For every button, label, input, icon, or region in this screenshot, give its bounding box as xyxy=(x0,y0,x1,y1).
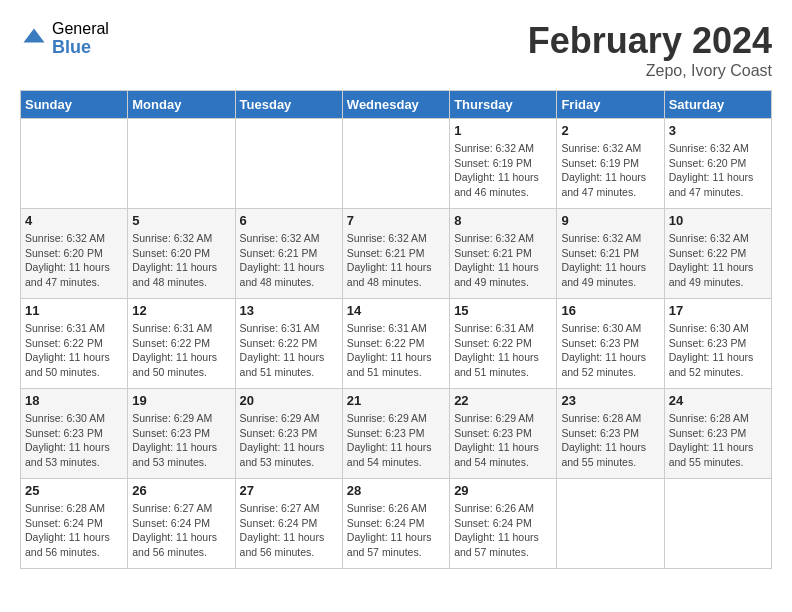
calendar-cell: 8Sunrise: 6:32 AMSunset: 6:21 PMDaylight… xyxy=(450,209,557,299)
day-info: Sunrise: 6:32 AMSunset: 6:22 PMDaylight:… xyxy=(669,231,767,290)
day-number: 22 xyxy=(454,393,552,408)
day-info: Sunrise: 6:31 AMSunset: 6:22 PMDaylight:… xyxy=(25,321,123,380)
day-info: Sunrise: 6:29 AMSunset: 6:23 PMDaylight:… xyxy=(240,411,338,470)
day-info: Sunrise: 6:31 AMSunset: 6:22 PMDaylight:… xyxy=(454,321,552,380)
calendar-cell: 4Sunrise: 6:32 AMSunset: 6:20 PMDaylight… xyxy=(21,209,128,299)
day-info: Sunrise: 6:28 AMSunset: 6:24 PMDaylight:… xyxy=(25,501,123,560)
day-info: Sunrise: 6:30 AMSunset: 6:23 PMDaylight:… xyxy=(25,411,123,470)
day-info: Sunrise: 6:32 AMSunset: 6:21 PMDaylight:… xyxy=(561,231,659,290)
day-number: 23 xyxy=(561,393,659,408)
day-info: Sunrise: 6:32 AMSunset: 6:21 PMDaylight:… xyxy=(240,231,338,290)
calendar-week-1: 1Sunrise: 6:32 AMSunset: 6:19 PMDaylight… xyxy=(21,119,772,209)
calendar-cell: 3Sunrise: 6:32 AMSunset: 6:20 PMDaylight… xyxy=(664,119,771,209)
calendar-cell: 5Sunrise: 6:32 AMSunset: 6:20 PMDaylight… xyxy=(128,209,235,299)
calendar-cell: 19Sunrise: 6:29 AMSunset: 6:23 PMDayligh… xyxy=(128,389,235,479)
calendar-week-4: 18Sunrise: 6:30 AMSunset: 6:23 PMDayligh… xyxy=(21,389,772,479)
day-number: 21 xyxy=(347,393,445,408)
header-saturday: Saturday xyxy=(664,91,771,119)
day-number: 9 xyxy=(561,213,659,228)
calendar-cell: 22Sunrise: 6:29 AMSunset: 6:23 PMDayligh… xyxy=(450,389,557,479)
calendar-cell: 6Sunrise: 6:32 AMSunset: 6:21 PMDaylight… xyxy=(235,209,342,299)
calendar-cell xyxy=(235,119,342,209)
day-number: 8 xyxy=(454,213,552,228)
day-info: Sunrise: 6:30 AMSunset: 6:23 PMDaylight:… xyxy=(669,321,767,380)
header-tuesday: Tuesday xyxy=(235,91,342,119)
day-number: 29 xyxy=(454,483,552,498)
day-info: Sunrise: 6:32 AMSunset: 6:20 PMDaylight:… xyxy=(132,231,230,290)
day-number: 5 xyxy=(132,213,230,228)
header-wednesday: Wednesday xyxy=(342,91,449,119)
day-info: Sunrise: 6:26 AMSunset: 6:24 PMDaylight:… xyxy=(454,501,552,560)
day-number: 25 xyxy=(25,483,123,498)
calendar-cell: 2Sunrise: 6:32 AMSunset: 6:19 PMDaylight… xyxy=(557,119,664,209)
day-info: Sunrise: 6:26 AMSunset: 6:24 PMDaylight:… xyxy=(347,501,445,560)
calendar-cell: 10Sunrise: 6:32 AMSunset: 6:22 PMDayligh… xyxy=(664,209,771,299)
day-info: Sunrise: 6:32 AMSunset: 6:19 PMDaylight:… xyxy=(454,141,552,200)
calendar-week-2: 4Sunrise: 6:32 AMSunset: 6:20 PMDaylight… xyxy=(21,209,772,299)
calendar-cell: 14Sunrise: 6:31 AMSunset: 6:22 PMDayligh… xyxy=(342,299,449,389)
day-info: Sunrise: 6:29 AMSunset: 6:23 PMDaylight:… xyxy=(132,411,230,470)
calendar-table: SundayMondayTuesdayWednesdayThursdayFrid… xyxy=(20,90,772,569)
calendar-cell: 12Sunrise: 6:31 AMSunset: 6:22 PMDayligh… xyxy=(128,299,235,389)
day-info: Sunrise: 6:32 AMSunset: 6:20 PMDaylight:… xyxy=(669,141,767,200)
day-info: Sunrise: 6:28 AMSunset: 6:23 PMDaylight:… xyxy=(561,411,659,470)
day-info: Sunrise: 6:28 AMSunset: 6:23 PMDaylight:… xyxy=(669,411,767,470)
calendar-cell: 27Sunrise: 6:27 AMSunset: 6:24 PMDayligh… xyxy=(235,479,342,569)
day-number: 12 xyxy=(132,303,230,318)
day-number: 17 xyxy=(669,303,767,318)
logo-text: General Blue xyxy=(52,20,109,57)
day-number: 14 xyxy=(347,303,445,318)
calendar-cell: 13Sunrise: 6:31 AMSunset: 6:22 PMDayligh… xyxy=(235,299,342,389)
header: General Blue February 2024 Zepo, Ivory C… xyxy=(20,20,772,80)
header-friday: Friday xyxy=(557,91,664,119)
day-number: 2 xyxy=(561,123,659,138)
day-info: Sunrise: 6:29 AMSunset: 6:23 PMDaylight:… xyxy=(454,411,552,470)
calendar-cell: 18Sunrise: 6:30 AMSunset: 6:23 PMDayligh… xyxy=(21,389,128,479)
svg-marker-0 xyxy=(24,28,45,42)
day-number: 24 xyxy=(669,393,767,408)
day-number: 6 xyxy=(240,213,338,228)
day-number: 28 xyxy=(347,483,445,498)
day-info: Sunrise: 6:32 AMSunset: 6:20 PMDaylight:… xyxy=(25,231,123,290)
calendar-cell: 17Sunrise: 6:30 AMSunset: 6:23 PMDayligh… xyxy=(664,299,771,389)
day-info: Sunrise: 6:32 AMSunset: 6:21 PMDaylight:… xyxy=(347,231,445,290)
logo-blue: Blue xyxy=(52,38,109,58)
logo-icon xyxy=(20,25,48,53)
calendar-cell: 1Sunrise: 6:32 AMSunset: 6:19 PMDaylight… xyxy=(450,119,557,209)
day-info: Sunrise: 6:30 AMSunset: 6:23 PMDaylight:… xyxy=(561,321,659,380)
calendar-cell: 24Sunrise: 6:28 AMSunset: 6:23 PMDayligh… xyxy=(664,389,771,479)
header-sunday: Sunday xyxy=(21,91,128,119)
day-number: 18 xyxy=(25,393,123,408)
calendar-cell: 21Sunrise: 6:29 AMSunset: 6:23 PMDayligh… xyxy=(342,389,449,479)
header-monday: Monday xyxy=(128,91,235,119)
day-info: Sunrise: 6:32 AMSunset: 6:21 PMDaylight:… xyxy=(454,231,552,290)
day-info: Sunrise: 6:31 AMSunset: 6:22 PMDaylight:… xyxy=(347,321,445,380)
day-number: 27 xyxy=(240,483,338,498)
day-number: 19 xyxy=(132,393,230,408)
calendar-cell: 26Sunrise: 6:27 AMSunset: 6:24 PMDayligh… xyxy=(128,479,235,569)
day-number: 26 xyxy=(132,483,230,498)
month-year: February 2024 xyxy=(528,20,772,62)
calendar-cell: 29Sunrise: 6:26 AMSunset: 6:24 PMDayligh… xyxy=(450,479,557,569)
calendar-cell: 28Sunrise: 6:26 AMSunset: 6:24 PMDayligh… xyxy=(342,479,449,569)
calendar-cell: 15Sunrise: 6:31 AMSunset: 6:22 PMDayligh… xyxy=(450,299,557,389)
day-number: 20 xyxy=(240,393,338,408)
calendar-cell xyxy=(342,119,449,209)
calendar-week-3: 11Sunrise: 6:31 AMSunset: 6:22 PMDayligh… xyxy=(21,299,772,389)
day-info: Sunrise: 6:31 AMSunset: 6:22 PMDaylight:… xyxy=(132,321,230,380)
logo-general: General xyxy=(52,20,109,38)
calendar-week-5: 25Sunrise: 6:28 AMSunset: 6:24 PMDayligh… xyxy=(21,479,772,569)
calendar-cell: 16Sunrise: 6:30 AMSunset: 6:23 PMDayligh… xyxy=(557,299,664,389)
day-number: 3 xyxy=(669,123,767,138)
calendar-cell: 9Sunrise: 6:32 AMSunset: 6:21 PMDaylight… xyxy=(557,209,664,299)
calendar-cell: 11Sunrise: 6:31 AMSunset: 6:22 PMDayligh… xyxy=(21,299,128,389)
day-number: 7 xyxy=(347,213,445,228)
day-info: Sunrise: 6:27 AMSunset: 6:24 PMDaylight:… xyxy=(132,501,230,560)
calendar-header-row: SundayMondayTuesdayWednesdayThursdayFrid… xyxy=(21,91,772,119)
day-number: 11 xyxy=(25,303,123,318)
calendar-cell: 20Sunrise: 6:29 AMSunset: 6:23 PMDayligh… xyxy=(235,389,342,479)
calendar-cell: 25Sunrise: 6:28 AMSunset: 6:24 PMDayligh… xyxy=(21,479,128,569)
calendar-cell xyxy=(664,479,771,569)
calendar-cell: 23Sunrise: 6:28 AMSunset: 6:23 PMDayligh… xyxy=(557,389,664,479)
logo: General Blue xyxy=(20,20,109,57)
